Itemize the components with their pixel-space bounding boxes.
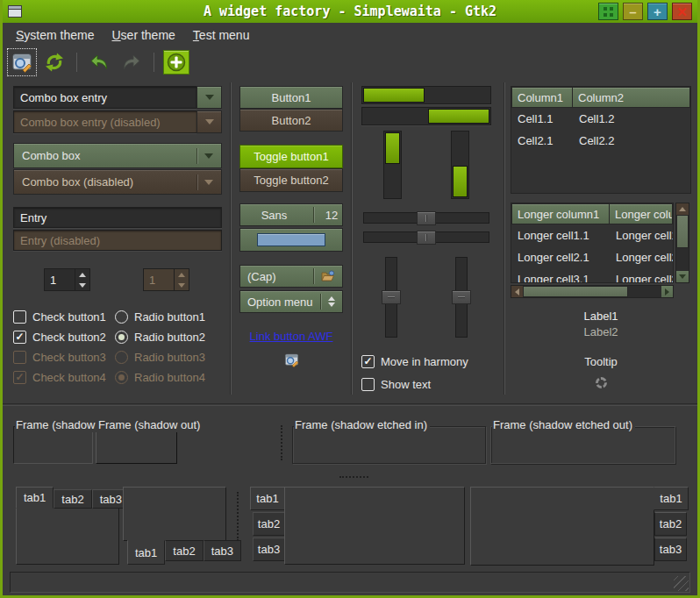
widget-factory-icon bbox=[11, 52, 32, 73]
horizontal-scrollbar[interactable] bbox=[511, 285, 674, 298]
option-menu[interactable]: Option menu bbox=[239, 290, 343, 313]
file-chooser-button[interactable]: (Cap) bbox=[239, 265, 343, 288]
column-header[interactable]: Longer column2 bbox=[609, 203, 673, 224]
horizontal-scale-1[interactable] bbox=[363, 212, 489, 224]
combo-box-entry-disabled-field: Combo box entry (disabled) bbox=[13, 110, 196, 133]
checkbox-label: Check button3 bbox=[32, 351, 115, 364]
combo-box-entry[interactable]: Combo box entry bbox=[13, 86, 222, 109]
redo-tool-button[interactable] bbox=[118, 50, 145, 75]
menu-test-menu[interactable]: Test menu bbox=[184, 25, 259, 45]
slider-handle[interactable] bbox=[382, 290, 401, 304]
resize-grip[interactable] bbox=[674, 576, 689, 591]
tab-tab2[interactable]: tab2 bbox=[54, 489, 91, 509]
slider-handle[interactable] bbox=[417, 211, 436, 225]
progress-bar-top-down bbox=[383, 131, 402, 199]
spin-up-icon[interactable] bbox=[75, 269, 89, 280]
table-row[interactable]: Cell2.1 Cell2.2 bbox=[511, 130, 690, 152]
tree-view-clipped: Longer column1 Longer column2 Longer cel… bbox=[511, 203, 674, 283]
column-header[interactable]: Longer column1 bbox=[511, 203, 610, 224]
scroll-down-button[interactable] bbox=[676, 271, 689, 282]
chevron-down-icon bbox=[204, 180, 213, 185]
tree-column: Column1 Column2 Cell1.1 Cell1.2 Cell2.1 … bbox=[511, 86, 691, 388]
window-menu-icon[interactable] bbox=[8, 5, 22, 18]
widget-factory-tool-button[interactable] bbox=[9, 50, 35, 75]
combo-box[interactable]: Combo box bbox=[13, 143, 222, 168]
toggle-button2-disabled: Toggle button2 bbox=[239, 168, 343, 192]
column-header[interactable]: Column2 bbox=[572, 87, 690, 108]
tab-tab2[interactable]: tab2 bbox=[165, 540, 203, 561]
radio-button-selected[interactable] bbox=[115, 331, 128, 344]
scrollbar-trough[interactable] bbox=[676, 248, 689, 271]
workspace-dots-button[interactable] bbox=[598, 3, 618, 20]
vertical-scale-2[interactable] bbox=[455, 257, 468, 338]
column-header[interactable]: Column1 bbox=[511, 87, 573, 108]
link-button[interactable]: Link button AWF bbox=[250, 330, 333, 343]
scrollbar-thumb[interactable] bbox=[523, 286, 628, 297]
undo-tool-button[interactable] bbox=[86, 50, 112, 75]
spin-button-disabled: 1 bbox=[143, 268, 189, 291]
slider-handle[interactable] bbox=[452, 290, 471, 304]
combo-dropdown-button-disabled bbox=[196, 110, 222, 133]
check-radio-row: ✓ Check button2 Radio button2 bbox=[13, 330, 222, 344]
table-row[interactable]: Cell1.1 Cell1.2 bbox=[511, 108, 690, 130]
checkbox-label: Check button1 bbox=[32, 310, 115, 324]
vertical-scale-1[interactable] bbox=[385, 257, 397, 338]
button1[interactable]: Button1 bbox=[239, 86, 343, 109]
combo-box-entry-field[interactable]: Combo box entry bbox=[13, 86, 196, 109]
tab-tab3[interactable]: tab3 bbox=[253, 537, 285, 561]
frame-label: Frame (shadow etched in) bbox=[294, 418, 430, 432]
table-row[interactable]: Longer cell1.1 Longer cell1.2 bbox=[511, 224, 673, 246]
minimize-button[interactable]: – bbox=[623, 3, 643, 20]
horizontal-scale-2[interactable] bbox=[363, 231, 489, 243]
tab-tab1[interactable]: tab1 bbox=[127, 540, 165, 565]
spin-down-icon[interactable] bbox=[75, 280, 89, 290]
close-icon: ✕ bbox=[676, 5, 688, 18]
checkbox-unchecked[interactable] bbox=[13, 310, 26, 324]
scrolled-tree-view: Longer column1 Longer column2 Longer cel… bbox=[511, 203, 691, 283]
label1: Label1 bbox=[511, 310, 691, 323]
spinner-icon bbox=[596, 377, 607, 388]
scroll-right-button[interactable] bbox=[661, 286, 673, 297]
tab-tab1[interactable]: tab1 bbox=[654, 487, 689, 510]
app-window: A widget factory - Simplewaita - Gtk2 – … bbox=[0, 0, 700, 598]
combo-dropdown-button[interactable] bbox=[196, 86, 222, 109]
tab-tab2[interactable]: tab2 bbox=[253, 512, 285, 536]
combo-box-entry-disabled: Combo box entry (disabled) bbox=[13, 110, 222, 133]
spin-button[interactable]: 1 bbox=[44, 268, 90, 291]
add-tool-button[interactable] bbox=[163, 50, 189, 75]
checkbox-checked[interactable]: ✓ bbox=[13, 331, 26, 344]
frame-shadow-out: Frame (shadow out) bbox=[96, 418, 177, 464]
slider-handle[interactable] bbox=[417, 231, 436, 245]
vertical-scrollbar[interactable] bbox=[675, 203, 689, 283]
progress-fill bbox=[363, 88, 425, 103]
arrow-left-icon bbox=[515, 288, 519, 295]
scrollbar-thumb[interactable] bbox=[676, 215, 689, 248]
table-row[interactable]: Longer cell2.1 Longer cell2.2 bbox=[511, 246, 673, 268]
font-button[interactable]: Sans 12 bbox=[239, 203, 343, 226]
table-row[interactable]: Longer cell3.1 Longer cell3.2 bbox=[511, 268, 673, 283]
column-separator bbox=[504, 82, 505, 395]
checkbox-checked[interactable]: ✓ bbox=[361, 355, 375, 368]
toggle-button1-active[interactable]: Toggle button1 bbox=[239, 145, 343, 168]
radio-button-unselected[interactable] bbox=[115, 310, 128, 324]
menu-system-theme[interactable]: System theme bbox=[7, 25, 103, 45]
maximize-button[interactable]: + bbox=[647, 3, 668, 20]
column-separator bbox=[230, 82, 232, 395]
frames-row: Frame (shadow in) Frame (shadow out) Fra… bbox=[3, 406, 697, 480]
menu-user-theme[interactable]: User theme bbox=[103, 25, 183, 45]
vertical-dotted-separator bbox=[281, 425, 282, 460]
close-button[interactable]: ✕ bbox=[672, 3, 692, 20]
tab-tab1[interactable]: tab1 bbox=[16, 487, 54, 509]
color-button[interactable] bbox=[239, 228, 343, 252]
tab-tab1[interactable]: tab1 bbox=[250, 487, 285, 510]
refresh-tool-button[interactable] bbox=[41, 50, 68, 75]
tab-tab2[interactable]: tab2 bbox=[654, 512, 687, 536]
labels-block: Label1 Label2 Tooltip bbox=[511, 310, 691, 388]
checkbox-unchecked[interactable] bbox=[361, 378, 375, 391]
scrollbar-trough[interactable] bbox=[628, 286, 661, 297]
text-entry[interactable]: Entry bbox=[13, 207, 222, 228]
notebook-bottom-tabs: tab1 tab2 tab3 bbox=[123, 487, 226, 565]
tab-tab3[interactable]: tab3 bbox=[654, 537, 687, 561]
progress-fill bbox=[428, 109, 489, 124]
tab-tab3[interactable]: tab3 bbox=[204, 540, 241, 561]
